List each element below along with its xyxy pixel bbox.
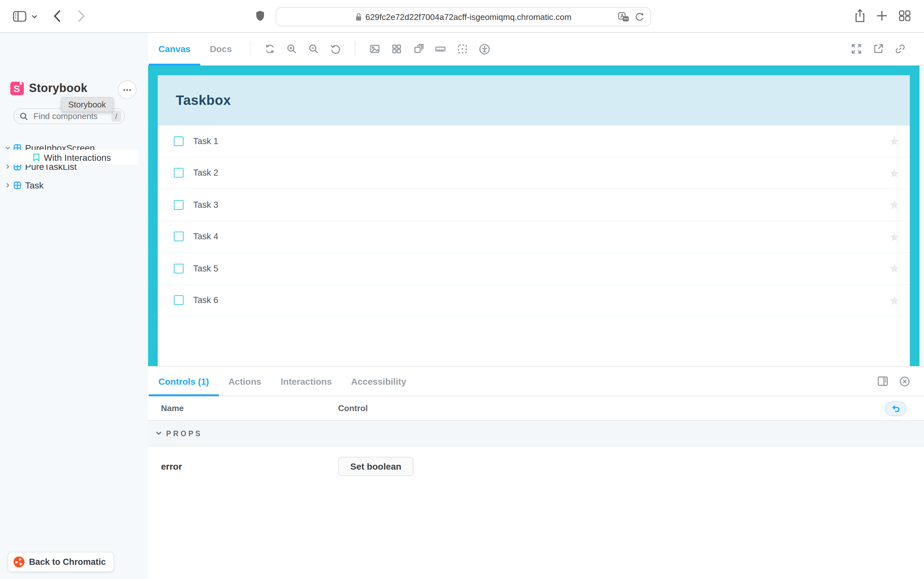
controls-table-header: Name Control [148,396,924,420]
control-row-error: error Set boolean [148,447,924,486]
translate-icon[interactable]: A [618,12,629,21]
search-input[interactable] [32,111,112,122]
measure-icon[interactable] [430,33,451,65]
open-new-tab-icon[interactable] [867,33,889,65]
task-checkbox[interactable] [174,296,184,305]
star-icon[interactable] [889,232,899,242]
search-icon [20,112,28,120]
panel-empty-area [148,486,924,579]
panel-position-icon[interactable] [878,376,888,386]
tab-label: Accessibility [351,376,406,386]
task-row: Task 4 [158,221,910,253]
addon-panel: Controls (1) Actions Interactions Access… [148,366,924,579]
section-label: PROPS [166,429,202,437]
task-row: Task 2 [158,157,910,189]
sidebar-item-label: Task [25,180,44,190]
arg-name: error [148,461,338,471]
back-button[interactable] [53,10,61,23]
back-to-chromatic-label: Back to Chromatic [29,557,106,567]
storybook-logo: S [10,82,24,95]
sidebar-item-task[interactable]: Task [0,178,148,192]
star-icon[interactable] [889,263,899,274]
tab-canvas[interactable]: Canvas [149,33,200,65]
reload-icon[interactable] [635,12,644,21]
component-icon [13,181,21,189]
brand-title: Storybook [29,82,87,95]
tab-label: Canvas [158,44,190,54]
task-row: Task 3 [158,189,910,221]
set-boolean-button[interactable]: Set boolean [338,457,414,476]
link-icon[interactable] [889,33,911,65]
url-text: 629fc2e72d22f7004a72acff-isgeomiqmq.chro… [365,12,571,21]
svg-text:S: S [13,83,20,93]
tab-label: Actions [228,376,261,386]
privacy-shield-icon[interactable] [256,10,265,22]
zoom-in-icon[interactable] [281,33,303,65]
component-tree: PureInboxScreen Default Error With Inter… [0,140,148,192]
accessibility-icon[interactable] [473,33,495,65]
taskbox-app: Taskbox Task 1 Task 2 [158,75,910,366]
screen: 629fc2e72d22f7004a72acff-isgeomiqmq.chro… [0,0,924,579]
toolbar-divider [355,41,355,57]
browser-sidebar-toggle-icon[interactable] [13,11,26,22]
task-row: Task 6 [158,285,910,317]
chromatic-logo [13,556,25,568]
task-label: Task 3 [193,200,218,210]
task-checkbox[interactable] [174,168,184,178]
star-icon[interactable] [889,200,899,210]
outline-icon[interactable] [451,33,473,65]
sidebar-menu-button[interactable] [118,80,136,99]
task-row: Task 1 [158,126,910,157]
browser-toolbar: 629fc2e72d22f7004a72acff-isgeomiqmq.chro… [0,0,924,33]
grid-icon[interactable] [386,33,408,65]
viewport-icon[interactable] [408,33,430,65]
tab-label: Docs [210,44,232,54]
brand[interactable]: S Storybook [10,81,87,95]
reset-controls-button[interactable] [885,401,907,416]
chevron-down-icon[interactable] [31,15,37,19]
address-bar[interactable]: 629fc2e72d22f7004a72acff-isgeomiqmq.chro… [276,7,651,26]
bookmark-icon [33,153,40,162]
task-label: Task 6 [193,296,218,305]
task-checkbox[interactable] [174,200,184,210]
back-to-chromatic-button[interactable]: Back to Chromatic [8,552,114,572]
task-checkbox[interactable] [174,264,184,273]
tab-accessibility[interactable]: Accessibility [341,367,416,396]
props-section-header[interactable]: PROPS [148,420,924,447]
star-icon[interactable] [889,295,899,306]
tab-interactions[interactable]: Interactions [271,367,341,396]
tab-overview-icon[interactable] [899,10,911,21]
close-panel-icon[interactable] [899,376,910,386]
column-control: Control [338,403,368,413]
star-icon[interactable] [889,136,899,146]
forward-button[interactable] [77,10,85,23]
story-frame: Taskbox Task 1 Task 2 [148,65,919,366]
remount-icon[interactable] [259,33,281,65]
ellipsis-icon [123,88,131,91]
page-title: Taskbox [176,93,231,108]
task-label: Task 1 [193,136,218,146]
task-label: Task 4 [193,232,218,242]
tab-controls[interactable]: Controls (1) [149,367,218,396]
zoom-reset-icon[interactable] [325,33,346,65]
sidebar-item-with-interactions[interactable]: With Interactions [10,150,138,165]
task-row: Task 5 [158,253,910,285]
task-checkbox[interactable] [174,136,184,146]
tab-docs[interactable]: Docs [200,33,241,65]
star-icon[interactable] [889,168,899,178]
lock-icon [355,13,361,21]
column-name: Name [148,403,338,413]
new-tab-icon[interactable] [876,10,887,21]
task-label: Task 5 [193,264,218,273]
undo-icon [891,405,900,413]
chevron-right-icon [5,182,11,188]
share-icon[interactable] [855,9,865,23]
addon-panel-tabs: Controls (1) Actions Interactions Access… [148,367,924,396]
tab-actions[interactable]: Actions [218,367,271,396]
taskbox-header: Taskbox [158,75,910,126]
fullscreen-icon[interactable] [845,33,867,65]
zoom-out-icon[interactable] [303,33,325,65]
task-checkbox[interactable] [174,232,184,242]
background-icon[interactable] [364,33,386,65]
toolbar-divider [250,41,251,57]
